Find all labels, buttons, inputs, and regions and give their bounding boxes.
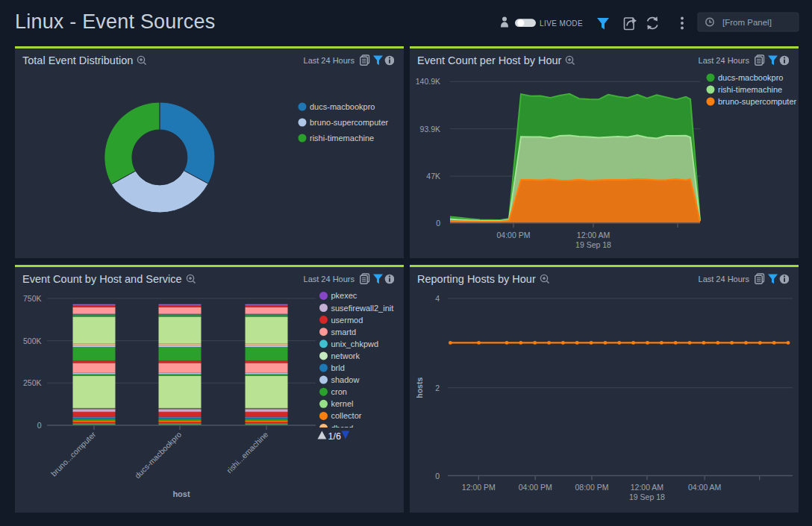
svg-text:19 Sep 18: 19 Sep 18 — [575, 240, 611, 249]
svg-text:collector: collector — [331, 411, 362, 420]
svg-text:0: 0 — [436, 219, 440, 228]
svg-text:smartd: smartd — [331, 328, 357, 336]
svg-text:bruno-supercomputer: bruno-supercomputer — [310, 118, 389, 127]
svg-text:93.9K: 93.9K — [420, 125, 440, 134]
svg-text:4: 4 — [435, 294, 440, 303]
svg-text:0: 0 — [37, 421, 42, 430]
svg-text:140.9K: 140.9K — [416, 77, 440, 86]
svg-text:04:00 PM: 04:00 PM — [519, 483, 552, 492]
svg-text:network: network — [331, 351, 360, 360]
svg-text:ducs-macbookpro: ducs-macbookpro — [718, 73, 783, 82]
svg-text:ducs-macbookpro: ducs-macbookpro — [310, 102, 375, 111]
svg-text:12:00 AM: 12:00 AM — [631, 483, 663, 492]
svg-text:bruno...computer: bruno...computer — [49, 430, 98, 478]
svg-text:0: 0 — [435, 472, 440, 480]
svg-text:2: 2 — [435, 383, 440, 392]
svg-text:usermod: usermod — [331, 316, 363, 325]
svg-text:kernel: kernel — [331, 399, 354, 408]
svg-text:pkexec: pkexec — [331, 291, 357, 300]
svg-text:rishi-timemachine: rishi-timemachine — [718, 85, 782, 94]
svg-text:cron: cron — [331, 387, 347, 396]
svg-text:ducs-macbookpro: ducs-macbookpro — [133, 430, 184, 480]
svg-text:unix_chkpwd: unix_chkpwd — [331, 339, 379, 348]
svg-text:1/6: 1/6 — [328, 431, 341, 442]
svg-text:hosts: hosts — [416, 378, 425, 398]
svg-text:19 Sep 18: 19 Sep 18 — [629, 492, 665, 501]
svg-text:rishi-timemachine: rishi-timemachine — [310, 134, 374, 143]
svg-text:bruno-supercomputer: bruno-supercomputer — [718, 97, 797, 106]
svg-text:12:00 PM: 12:00 PM — [462, 483, 496, 492]
svg-text:[From Panel]: [From Panel] — [722, 18, 772, 27]
svg-text:47K: 47K — [426, 172, 440, 181]
svg-text:500K: 500K — [23, 336, 42, 345]
svg-text:shadow: shadow — [331, 375, 360, 384]
svg-text:750K: 750K — [23, 294, 42, 303]
svg-text:brld: brld — [331, 363, 345, 372]
svg-text:host: host — [172, 489, 190, 498]
svg-text:08:00 PM: 08:00 PM — [575, 483, 609, 492]
svg-text:rishi...emachine: rishi...emachine — [225, 430, 270, 475]
svg-text:04:00 AM: 04:00 AM — [688, 483, 721, 492]
svg-text:04:00 PM: 04:00 PM — [497, 231, 531, 239]
svg-text:250K: 250K — [23, 378, 42, 387]
svg-text:LIVE MODE: LIVE MODE — [540, 19, 583, 28]
svg-text:12:00 AM: 12:00 AM — [577, 231, 610, 239]
svg-text:susefirewall2_init: susefirewall2_init — [331, 304, 394, 313]
